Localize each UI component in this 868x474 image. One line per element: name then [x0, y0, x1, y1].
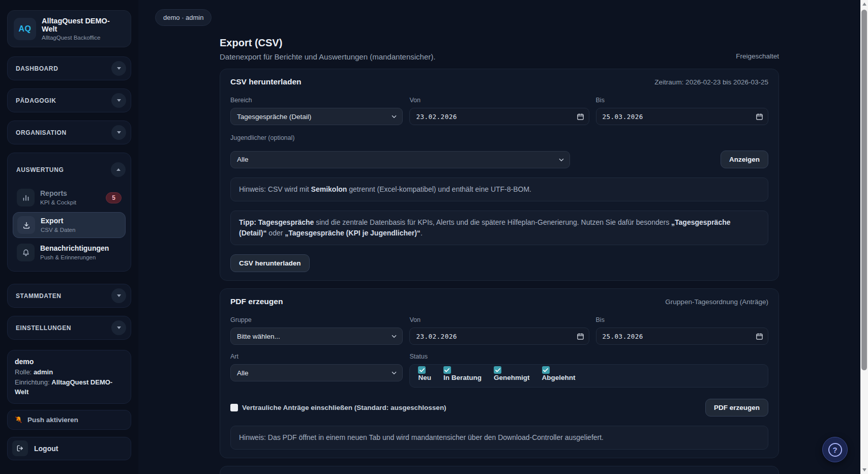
user-role: admin: [34, 368, 53, 376]
chevron-down-icon[interactable]: [111, 61, 126, 76]
reports-count-badge: 5: [106, 192, 122, 203]
main-content: demo · admin Export (CSV) Datenexport fü…: [138, 0, 860, 474]
csv-download-card: CSV herunterladen Zeitraum: 2026-02-23 b…: [220, 69, 779, 281]
status-checkbox-abgelehnt[interactable]: Abgelehnt: [542, 366, 576, 381]
brand-title: AlltagQuest DEMO-Welt: [42, 17, 125, 33]
bar-chart-icon: [17, 189, 35, 206]
von-label: Von: [409, 316, 589, 323]
item-title: Benachrichtigungen: [40, 244, 109, 253]
user-name: demo: [15, 357, 124, 367]
art-label: Art: [230, 353, 403, 360]
csv-download-button[interactable]: CSV herunterladen: [230, 254, 310, 272]
chevron-up-icon[interactable]: [111, 162, 126, 177]
sidebar-group-auswertung: AUSWERTUNG Reports KPI & Cockpit 5 Expor…: [7, 153, 131, 272]
item-subtitle: KPI & Cockpit: [40, 199, 76, 206]
checkbox-unchecked-icon: [230, 404, 238, 411]
logout-label: Logout: [34, 445, 58, 453]
checkbox-checked-icon: [418, 366, 426, 374]
brand-logo-icon: AQ: [14, 18, 36, 40]
checkbox-checked-icon: [494, 366, 501, 374]
session-badge: demo · admin: [155, 9, 212, 26]
scrollbar[interactable]: [860, 0, 868, 474]
calendar-icon[interactable]: [756, 333, 763, 340]
sidebar-item-benachrichtigungen[interactable]: Benachrichtigungen Push & Erinnerungen: [13, 240, 126, 265]
jugendlicher-label: Jugendlicher (optional): [230, 134, 768, 141]
status-checkbox-neu[interactable]: Neu: [418, 366, 431, 381]
user-facility-label: Einrichtung:: [15, 378, 50, 386]
download-icon: [17, 216, 35, 234]
calendar-icon[interactable]: [577, 333, 584, 340]
sidebar-item-export[interactable]: Export CSV & Daten: [13, 212, 126, 238]
art-select[interactable]: Alle: [230, 364, 403, 381]
bell-icon: [17, 244, 35, 261]
sidebar-group-auswertung-header[interactable]: AUSWERTUNG: [13, 158, 126, 183]
bereich-label: Bereich: [230, 97, 403, 104]
status-checkbox-genehmigt[interactable]: Genehmigt: [494, 366, 530, 381]
bis-label: Bis: [596, 97, 768, 104]
checkbox-checked-icon: [443, 366, 451, 374]
push-button-label: Push aktivieren: [27, 416, 78, 424]
chevron-down-icon: [392, 371, 397, 375]
chevron-down-icon[interactable]: [111, 288, 126, 303]
pdf-generate-card-2: PDF erzeugen Fallgespräch / Teamsitzung: [220, 466, 779, 474]
chevron-down-icon: [559, 158, 564, 162]
gruppe-select-value: Bitte wählen...: [237, 333, 280, 340]
status-text: Freigeschaltet: [736, 52, 779, 61]
page-title: Export (CSV): [220, 37, 435, 49]
status-checkbox-group: Neu In Beratung Genehmigt Abgelehnt: [409, 364, 768, 388]
gruppe-select[interactable]: Bitte wählen...: [230, 328, 403, 345]
confidential-checkbox[interactable]: Vertrauliche Anträge einschließen (Stand…: [230, 404, 446, 411]
bis-date-value: 25.03.2026: [603, 333, 643, 340]
bereich-select-value: Tagesgespräche (Detail): [237, 113, 311, 121]
chevron-down-icon[interactable]: [111, 125, 126, 140]
calendar-icon[interactable]: [756, 113, 763, 121]
sidebar-group-einstellungen[interactable]: EINSTELLUNGEN: [7, 316, 131, 340]
page-subtitle: Datenexport für Berichte und Auswertunge…: [220, 52, 435, 61]
group-label: AUSWERTUNG: [16, 166, 64, 173]
pdf-von-date-input[interactable]: 23.02.2026: [409, 328, 589, 345]
item-title: Export: [41, 217, 75, 226]
anzeigen-button[interactable]: Anzeigen: [721, 151, 768, 168]
pdf-generate-card: PDF erzeugen Gruppen-Tagesordnung (Anträ…: [220, 288, 779, 458]
calendar-icon[interactable]: [577, 113, 584, 121]
brand-card: AQ AlltagQuest DEMO-Welt AlltagQuest Bac…: [7, 10, 131, 47]
von-date-value: 23.02.2026: [416, 113, 457, 121]
bereich-select[interactable]: Tagesgespräche (Detail): [230, 108, 403, 125]
group-label: EINSTELLUNGEN: [16, 324, 71, 332]
pdf-bis-date-input[interactable]: 25.03.2026: [596, 328, 768, 345]
art-select-value: Alle: [237, 369, 249, 377]
card-meta: Zeitraum: 2026-02-23 bis 2026-03-25: [654, 78, 768, 86]
status-checkbox-in-beratung[interactable]: In Beratung: [443, 366, 482, 381]
chevron-down-icon: [392, 335, 397, 338]
bis-label: Bis: [596, 316, 768, 323]
sidebar: AQ AlltagQuest DEMO-Welt AlltagQuest Bac…: [0, 0, 138, 474]
csv-hint: Hinweis: CSV wird mit Semikolon getrennt…: [230, 177, 768, 201]
user-card: demo Rolle: admin Einrichtung: AlltagQue…: [7, 350, 131, 404]
push-activate-button[interactable]: Push aktivieren: [7, 410, 131, 430]
chevron-down-icon[interactable]: [111, 93, 126, 108]
scroll-down-arrow[interactable]: [860, 466, 868, 474]
von-date-value: 23.02.2026: [416, 333, 457, 340]
sidebar-item-reports[interactable]: Reports KPI & Cockpit 5: [13, 185, 126, 210]
checkbox-checked-icon: [542, 366, 550, 374]
sidebar-group-dashboard[interactable]: DASHBOARD: [7, 56, 131, 80]
jugendlicher-select[interactable]: Alle: [230, 151, 570, 168]
von-date-input[interactable]: 23.02.2026: [409, 108, 589, 125]
user-role-label: Rolle:: [15, 368, 32, 376]
sidebar-group-paedagogik[interactable]: PÄDAGOGIK: [7, 88, 131, 112]
bis-date-input[interactable]: 25.03.2026: [596, 108, 768, 125]
sidebar-group-organisation[interactable]: ORGANISATION: [7, 121, 131, 144]
pdf-hint: Hinweis: Das PDF öffnet in einem neuen T…: [230, 426, 768, 450]
chevron-down-icon[interactable]: [111, 320, 126, 335]
bis-date-value: 25.03.2026: [603, 113, 643, 121]
chevron-down-icon: [392, 115, 397, 118]
scroll-up-arrow[interactable]: [860, 0, 868, 8]
logout-button[interactable]: Logout: [7, 437, 131, 460]
jugendlicher-select-value: Alle: [237, 156, 249, 163]
scrollbar-thumb[interactable]: [861, 10, 867, 370]
card-meta: Gruppen-Tagesordnung (Anträge): [665, 298, 768, 306]
sidebar-group-stammdaten[interactable]: STAMMDATEN: [7, 284, 131, 308]
pdf-generate-button[interactable]: PDF erzeugen: [705, 399, 768, 417]
help-button[interactable]: ?: [822, 437, 848, 462]
csv-tip: Tipp: Tagesgespräche sind die zentrale D…: [230, 211, 768, 245]
